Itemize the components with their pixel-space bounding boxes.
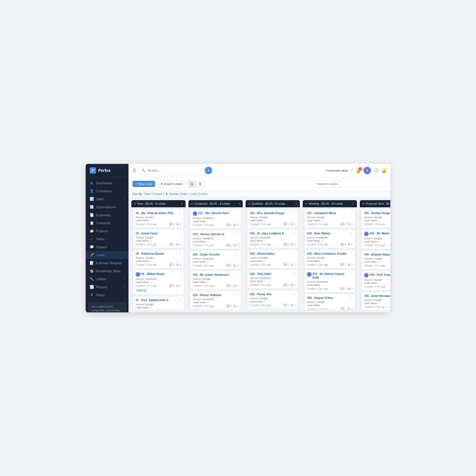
lead-card[interactable]: #1 - Ms. Yolanda Skiles PhD ⤢ Source: Go… — [133, 209, 184, 228]
search-leads-input[interactable] — [315, 180, 386, 188]
lead-card[interactable]: #7 - Prof. Tabitha Kihn V ⤢ Source: Goog… — [133, 296, 184, 310]
lead-card[interactable]: #43 - Brando Hilpert ⤢ Source: Google Le… — [361, 250, 390, 269]
expand-icon[interactable]: ⤢ — [350, 252, 353, 255]
lead-card[interactable]: #5 - Katharina Bauch ⤢ Source: Google Le… — [133, 250, 184, 268]
sidebar-item-customers[interactable]: 👤 Customers — [86, 187, 128, 195]
avatar[interactable]: A — [363, 167, 371, 174]
sidebar-item-subscriptions[interactable]: 🔄 Subscriptions — [86, 203, 128, 211]
sidebar-item-setup[interactable]: ⚙ Setup — [86, 291, 128, 299]
lead-card[interactable]: #32 - Kole Walker ⤢ Source: Facebook Lea… — [304, 229, 355, 248]
lead-card[interactable]: #41 - Dortha Hoeger ⤢ Source: Google Lea… — [361, 209, 390, 228]
expand-icon[interactable]: ⤢ — [293, 211, 296, 214]
sidebar-item-knowledge-base[interactable]: 📚 Knowledge Base — [86, 267, 128, 275]
comment-count: 💬 2 — [284, 243, 289, 246]
sort-kanban-order[interactable]: Kanban Order — [169, 192, 188, 196]
lead-card[interactable]: #13 - Vernice Strosin Jr. ⤢ Source: Face… — [190, 230, 241, 249]
expand-icon[interactable]: ⤢ — [293, 252, 296, 255]
lead-card[interactable]: #44 - Prof. Francisco Kihn ⤢ Source: Goo… — [361, 271, 390, 290]
lead-card[interactable]: #14 - Clyde Turcotte ⤢ Source: Facebook … — [190, 250, 241, 269]
new-lead-button[interactable]: + New Lead — [132, 181, 155, 187]
expand-icon[interactable]: ⤢ — [350, 296, 353, 299]
expand-icon[interactable]: ⤢ — [236, 232, 238, 235]
expand-icon[interactable]: ⤢ — [350, 232, 353, 234]
card-value: Lead Value: -- — [250, 260, 296, 262]
card-value: Lead Value: -- — [364, 240, 390, 243]
sidebar-item-estimate-request[interactable]: 📝 Estimate Request — [86, 259, 128, 267]
expand-icon[interactable]: ⤢ — [179, 252, 181, 255]
expand-icon[interactable]: ⤢ — [236, 253, 238, 256]
card-source: Source: Google — [364, 237, 390, 240]
card-icons: 💬 1 📎 0 — [341, 263, 353, 266]
notification-icon[interactable]: 🔔 — [381, 168, 386, 173]
card-value: Lead Value: -- — [250, 239, 296, 242]
expand-icon[interactable]: ⤢ — [293, 232, 296, 234]
sort-date-created[interactable]: Date Created — [144, 192, 162, 196]
lead-card[interactable]: #22 - Dr. Jany Lindgren II ⤢ Source: Fac… — [247, 229, 298, 248]
card-created: Created: 3 hrs ago — [136, 263, 157, 266]
expand-icon[interactable]: ⤢ — [350, 272, 353, 275]
lead-card[interactable]: #24 - Telly Hahn ⤢ Source: Facebook Lead… — [247, 270, 298, 289]
sidebar-item-dashboard[interactable]: ⊞ Dashboard — [86, 179, 128, 187]
sidebar-item-expenses[interactable]: 📄 Expenses — [86, 211, 128, 219]
col-header-qualified[interactable]: ≡ Qualified - $0.00 - 8 Leads ▾ — [246, 200, 300, 207]
col-header-working[interactable]: ≡ Working - $0.00 - 10 Leads ▾ — [303, 200, 357, 207]
card-source: Source: Google — [250, 216, 296, 219]
sidebar-item-label: Dashboard — [96, 181, 124, 185]
lead-card[interactable]: #33 - Miss Constance Crooks ⤢ Source: Go… — [304, 250, 355, 268]
sidebar-item-leads[interactable]: 📌 Leads — [86, 251, 128, 259]
col-header-proposal-sent[interactable]: ≡ Proposal Sent - $0.00 - 9 Leads ▾ — [360, 200, 390, 207]
lead-card[interactable]: #45 - Estel Nikolaus ⤢ Source: Google Le… — [361, 292, 390, 310]
sidebar-item-projects[interactable]: 📁 Projects — [86, 227, 128, 235]
lead-card[interactable]: #16 - Hester Volkman ⤢ Source: Facebook … — [190, 291, 241, 310]
expand-icon[interactable]: ⤢ — [236, 293, 238, 296]
sidebar-item-support[interactable]: 💬 Support — [86, 243, 128, 251]
sidebar-item-sales[interactable]: 📊 Sales › — [86, 195, 128, 203]
customers-area-button[interactable]: Customers area — [326, 169, 348, 172]
search-input[interactable] — [139, 166, 202, 174]
sidebar-item-utilities[interactable]: 🔧 Utilities › — [86, 275, 128, 283]
expand-icon[interactable]: ⤢ — [293, 292, 296, 295]
lead-card[interactable]: #35 - August O'Kon ⤢ Source: Google Lead… — [304, 294, 355, 310]
col-header-new[interactable]: ≡ New - $0.00 - 8 Leads ▾ — [131, 200, 186, 207]
lead-card[interactable]: #42 - Mr. Mario Satterfield... ⤢ Source:… — [361, 229, 390, 249]
card-meta: Created: 3 hrs ago 💬 1 📎 0 — [193, 284, 238, 287]
list-view-button[interactable]: ☰ — [196, 180, 204, 188]
add-button[interactable]: + — [205, 167, 212, 174]
expand-icon[interactable]: ⤢ — [179, 272, 181, 275]
expand-icon[interactable]: ⤢ — [179, 211, 181, 214]
lead-card[interactable]: #23 - Alvena Haley ⤢ Source: Google Lead… — [247, 250, 298, 268]
comment-count: 💬 2 — [226, 305, 232, 308]
sort-last-contact[interactable]: Last Contact — [191, 192, 208, 196]
sidebar-item-reports[interactable]: 📈 Reports › — [86, 283, 128, 291]
expand-icon[interactable]: ⤢ — [350, 211, 353, 214]
lead-card[interactable]: #21 - Mrs. Danielle Koepp ⤢ Source: Goog… — [247, 209, 298, 228]
lead-card[interactable]: #12 - Mrs. Mossie Huel ⤢ Source: Faceboo… — [190, 209, 241, 229]
chevron-down-icon[interactable]: ▾ — [296, 202, 297, 205]
kanban-view-button[interactable]: ⊟ — [188, 180, 195, 188]
card-created: Created: 3 hrs ago — [364, 306, 385, 308]
lead-card[interactable]: #3 - Izeiah Feest ⤢ Source: Google Lead … — [133, 229, 184, 248]
lead-card[interactable]: #6 - Willow Boyer ⤢ Source: Facebook Lea… — [133, 270, 184, 295]
card-value: Lead Value: -- — [193, 260, 238, 263]
lead-card[interactable]: #15 - Mr. Isaiah Vandervort ⤢ Source: Go… — [190, 271, 241, 290]
share-icon[interactable]: ⤴ — [351, 168, 353, 173]
chevron-down-icon[interactable]: ▾ — [238, 202, 240, 205]
expand-icon[interactable]: ⤢ — [293, 272, 296, 275]
expand-icon[interactable]: ⤢ — [179, 298, 181, 301]
clock-icon[interactable]: 🕐 — [374, 168, 379, 173]
card-icons: 💬 1 📎 0 — [169, 243, 181, 246]
col-header-contacted[interactable]: ≡ Contacted - $0.00 - 8 Leads ▾ — [188, 200, 243, 207]
lead-card[interactable]: #25 - Pansy Von ⤢ Source: Google Lead Va… — [247, 290, 298, 309]
menu-icon[interactable]: ☰ — [132, 168, 136, 173]
chevron-down-icon[interactable]: ▾ — [353, 202, 354, 205]
lead-card[interactable]: #31 - Clarabelle Mertz ⤢ Source: Google … — [304, 209, 355, 228]
import-leads-button[interactable]: ⬆ Import Leads — [157, 180, 186, 188]
lead-card[interactable]: #34 - Mr. Delmer Cassin DVM ⤢ Source: Fa… — [304, 270, 355, 292]
expand-icon[interactable]: ⤢ — [236, 273, 238, 276]
sidebar-item-contracts[interactable]: 📋 Contracts — [86, 219, 128, 227]
bell-icon[interactable]: 🔔 1 — [356, 168, 361, 173]
expand-icon[interactable]: ⤢ — [179, 232, 181, 234]
sidebar-item-tasks[interactable]: ✓ Tasks — [86, 235, 128, 243]
chevron-down-icon[interactable]: ▾ — [181, 202, 183, 205]
expand-icon[interactable]: ⤢ — [236, 211, 238, 214]
